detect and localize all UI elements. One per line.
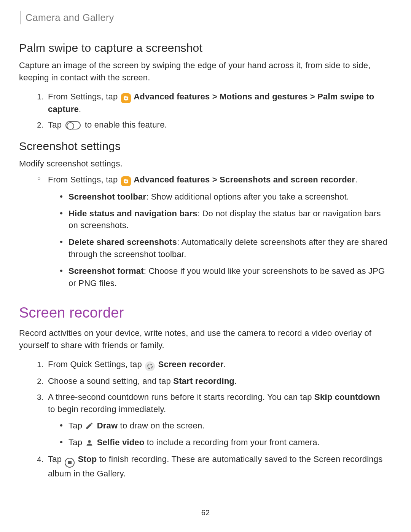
label: Screenshot toolbar [68, 192, 146, 201]
advanced-features-icon [121, 176, 131, 186]
text: to finish recording. These are automatic… [48, 454, 382, 478]
text: Tap [68, 421, 84, 430]
text-bold: Stop [75, 454, 97, 464]
palm-step-2: Tap to enable this feature. [46, 119, 388, 131]
header-breadcrumb-wrap: Camera and Gallery [20, 11, 388, 24]
text-bold: Start recording [173, 376, 234, 386]
text: . [355, 175, 357, 184]
text: From Quick Settings, tap [48, 359, 144, 369]
text: to include a recording from your front c… [144, 438, 320, 447]
label: Screenshot format [68, 266, 144, 276]
advanced-features-icon [121, 93, 131, 103]
text: From Settings, tap [48, 92, 120, 101]
opt-format: Screenshot format: Choose if you would l… [59, 265, 388, 289]
heading-screenshot-settings: Screenshot settings [19, 138, 388, 155]
selfie-icon [85, 438, 94, 447]
text-bold: Screen recorder [156, 359, 223, 369]
screenshot-settings-intro: Modify screenshot settings. [19, 158, 388, 170]
rec-step-2: Choose a sound setting, and tap Start re… [46, 375, 388, 387]
heading-screen-recorder: Screen recorder [19, 302, 388, 323]
text: From Settings, tap [48, 175, 120, 184]
text-bold: Advanced features > Screenshots and scre… [132, 175, 355, 184]
heading-palm-swipe: Palm swipe to capture a screenshot [19, 40, 388, 56]
text: Tap [68, 438, 84, 447]
opt-delete-shared: Delete shared screenshots: Automatically… [59, 236, 388, 260]
text: . [79, 104, 81, 114]
screen-recorder-steps: From Quick Settings, tap Screen recorder… [19, 358, 388, 480]
text: Tap [48, 120, 64, 129]
rec-sub-selfie: Tap Selfie video to include a recording … [59, 436, 388, 449]
text: to begin recording immediately. [48, 404, 166, 414]
screenshot-options: Screenshot toolbar: Show additional opti… [48, 191, 388, 289]
text-bold: Skip countdown [314, 392, 380, 402]
stop-icon [65, 458, 75, 468]
text: . [223, 359, 226, 369]
page-number: 62 [0, 507, 411, 518]
rec-step-1: From Quick Settings, tap Screen recorder… [46, 358, 388, 371]
text-bold: Draw [94, 421, 118, 430]
screen-recorder-intro: Record activities on your device, write … [19, 327, 388, 351]
palm-swipe-intro: Capture an image of the screen by swipin… [19, 59, 388, 84]
opt-toolbar: Screenshot toolbar: Show additional opti… [59, 191, 388, 203]
text: A three-second countdown runs before it … [48, 392, 314, 402]
palm-swipe-steps: From Settings, tap Advanced features > M… [19, 91, 388, 131]
text: to enable this feature. [82, 120, 167, 129]
toggle-icon [65, 121, 81, 129]
text: Tap [48, 454, 64, 464]
rec-step-3: A three-second countdown runs before it … [46, 391, 388, 449]
text-bold: Selfie video [94, 438, 144, 447]
label: Delete shared screenshots [68, 237, 177, 247]
rec-sub-draw: Tap Draw to draw on the screen. [59, 420, 388, 432]
breadcrumb: Camera and Gallery [25, 11, 388, 24]
rec-step-4: Tap Stop to finish recording. These are … [46, 453, 388, 479]
palm-step-1: From Settings, tap Advanced features > M… [46, 91, 388, 115]
opt-hide-bars: Hide status and navigation bars: Do not … [59, 208, 388, 232]
text: to draw on the screen. [118, 421, 204, 430]
draw-icon [85, 421, 94, 430]
screenshot-settings-list: From Settings, tap Advanced features > S… [19, 174, 388, 289]
screenshot-settings-lead: From Settings, tap Advanced features > S… [37, 174, 388, 289]
text: . [234, 376, 237, 386]
screen-recorder-icon [145, 361, 155, 371]
desc: : Show additional options after you take… [146, 192, 349, 201]
rec-sub-options: Tap Draw to draw on the screen. Tap Self… [48, 420, 388, 449]
label: Hide status and navigation bars [68, 209, 198, 218]
text: Choose a sound setting, and tap [48, 376, 173, 386]
